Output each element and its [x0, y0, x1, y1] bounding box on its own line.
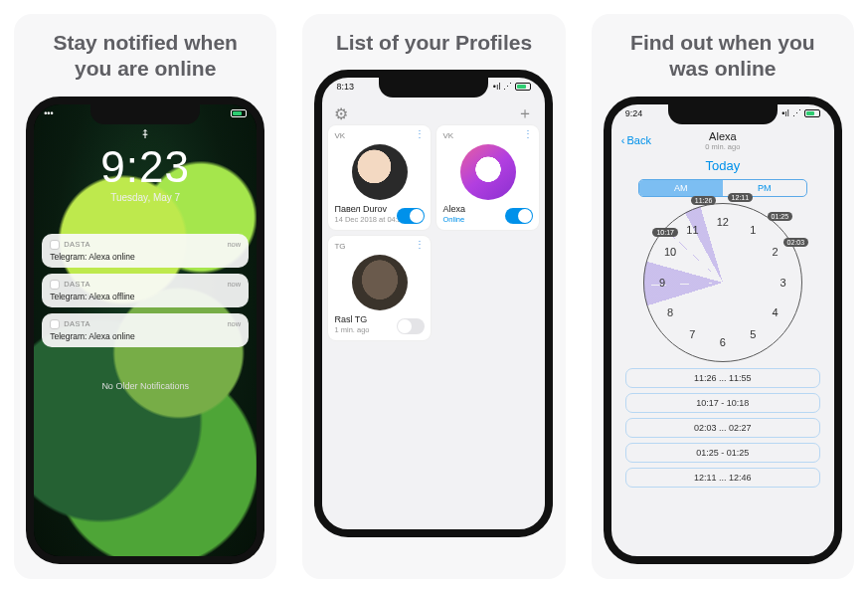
- time-label: 02:03: [783, 238, 809, 247]
- panel-title: List of your Profiles: [318, 14, 550, 66]
- session-row[interactable]: 10:17 - 10:18: [625, 393, 820, 413]
- profile-status: 1 min. ago: [334, 325, 369, 334]
- status-time: 9:24: [625, 108, 643, 118]
- notification-item[interactable]: DASTA now Telegram: Alexa online: [42, 313, 249, 347]
- phone-mockup-history: 9:24 •ıl ⋰ ‹ Back Alexa 0 min. ago Today…: [604, 97, 842, 564]
- profile-name: Alexa: [442, 204, 465, 214]
- profile-status: Online: [442, 215, 464, 224]
- notification-item[interactable]: DASTA now Telegram: Alexa online: [42, 234, 249, 268]
- lock-date: Tuesday, May 7: [34, 192, 257, 203]
- notify-toggle[interactable]: [397, 318, 425, 334]
- kebab-icon[interactable]: ⋮: [415, 241, 425, 249]
- wifi-icon: ⋰: [503, 82, 512, 92]
- session-row[interactable]: 01:25 - 01:25: [625, 443, 820, 463]
- avatar: [460, 144, 516, 200]
- source-label: TG: [334, 242, 345, 251]
- wifi-icon: ⋰: [792, 108, 801, 118]
- profile-name: Rasl TG: [334, 314, 367, 324]
- time-label: 11:26: [691, 196, 717, 205]
- time-label: 10:17: [652, 228, 678, 237]
- profile-name: Павел Durov: [334, 204, 387, 214]
- notify-toggle[interactable]: [397, 208, 425, 224]
- page-subtitle: 0 min. ago: [621, 142, 824, 151]
- session-list: 11:26 ... 11:55 10:17 - 10:18 02:03 ... …: [611, 368, 834, 488]
- promo-panel-profiles: List of your Profiles 8:13 •ıl ⋰ ⚙︎ ＋ VK…: [302, 14, 565, 579]
- am-tab[interactable]: AM: [639, 180, 723, 196]
- profile-status: 14 Dec 2018 at 04:28: [334, 215, 406, 224]
- phone-mockup-lockscreen: ••• ⤉ 9:23 Tuesday, May 7 DASTA now Tele…: [26, 97, 264, 564]
- promo-panel-history: Find out when you was online 9:24 •ıl ⋰ …: [592, 14, 854, 579]
- promo-panel-notify: Stay notified when you are online ••• ⤉ …: [14, 14, 276, 579]
- kebab-icon[interactable]: ⋮: [523, 130, 533, 138]
- source-label: VK: [442, 131, 453, 140]
- ampm-segmented[interactable]: AM PM: [638, 179, 807, 197]
- lock-time: 9:23: [34, 142, 257, 192]
- app-icon: [50, 240, 60, 250]
- kebab-icon[interactable]: ⋮: [415, 130, 425, 138]
- status-time: 8:13: [336, 82, 354, 92]
- panel-title: Find out when you was online: [592, 14, 854, 93]
- profile-card[interactable]: VK ⋮ Павел Durov 14 Dec 2018 at 04:28: [328, 125, 431, 230]
- page-title: Alexa: [621, 130, 824, 142]
- source-label: VK: [334, 131, 345, 140]
- notify-toggle[interactable]: [505, 208, 533, 224]
- app-icon: [50, 280, 60, 290]
- time-label: 12:11: [728, 193, 754, 202]
- phone-mockup-profiles: 8:13 •ıl ⋰ ⚙︎ ＋ VK ⋮ Павел Durov 14 Dec …: [314, 70, 553, 537]
- profile-card[interactable]: TG ⋮ Rasl TG 1 min. ago: [328, 236, 431, 340]
- settings-icon[interactable]: ⚙︎: [334, 104, 348, 123]
- avatar: [352, 255, 408, 310]
- notification-list: DASTA now Telegram: Alexa online DASTA n…: [42, 234, 249, 347]
- time-label: 01:25: [768, 212, 793, 221]
- battery-icon: [231, 108, 247, 118]
- panel-title: Stay notified when you are online: [14, 14, 276, 93]
- notification-item[interactable]: DASTA now Telegram: Alexa offline: [42, 274, 249, 307]
- battery-icon: [515, 83, 531, 91]
- today-label: Today: [611, 158, 834, 173]
- add-button[interactable]: ＋: [517, 103, 533, 124]
- lock-icon: ⤉: [140, 127, 150, 141]
- no-older-label: No Older Notifications: [34, 381, 257, 391]
- clock-chart: 12 1 2 3 4 5 6 7 8 9 10 11 10:17 11:26 1…: [643, 203, 802, 362]
- battery-icon: [804, 109, 820, 117]
- signal-icon: •ıl: [781, 108, 789, 118]
- session-row[interactable]: 11:26 ... 11:55: [625, 368, 820, 388]
- app-icon: [50, 319, 60, 329]
- signal-icon: •••: [44, 108, 53, 118]
- session-row[interactable]: 02:03 ... 02:27: [625, 418, 820, 438]
- avatar: [352, 144, 408, 200]
- profile-card[interactable]: VK ⋮ Alexa Online: [436, 125, 539, 230]
- session-row[interactable]: 12:11 ... 12:46: [625, 468, 820, 488]
- signal-icon: •ıl: [493, 82, 501, 92]
